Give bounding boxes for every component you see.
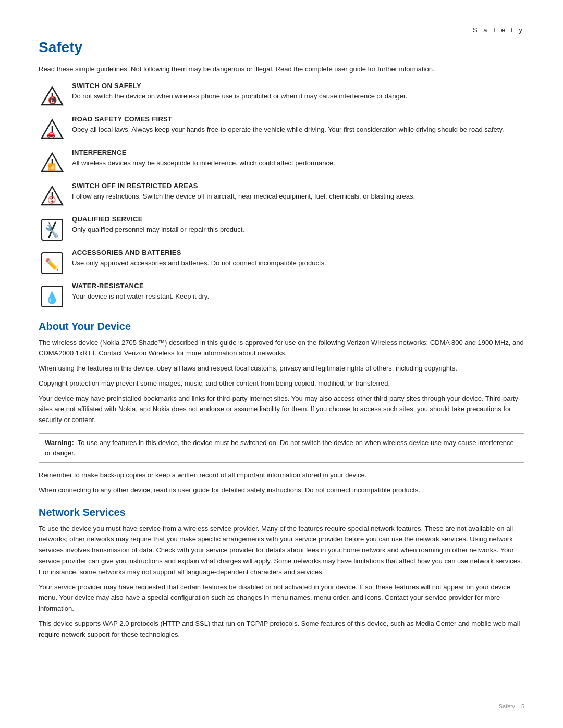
svg-text:🚫: 🚫	[47, 195, 56, 204]
intro-text: Read these simple guidelines. Not follow…	[39, 64, 524, 75]
wrench-icon: 🔧	[39, 216, 66, 243]
network-para-1: Your service provider may have requested…	[39, 582, 524, 614]
network-para-0: To use the device you must have service …	[39, 524, 524, 578]
switch-on-safely-title: SWITCH ON SAFELY	[72, 82, 524, 90]
safety-item-interference: 📶 INTERFERENCE All wireless devices may …	[39, 149, 524, 177]
warning-car-icon: 🚗	[39, 116, 66, 143]
about-para-1: When using the features in this device, …	[39, 363, 524, 374]
network-section-title: Network Services	[39, 507, 524, 519]
water-desc: Your device is not water-resistant. Keep…	[72, 291, 524, 302]
warning-box: Warning: To use any features in this dev…	[39, 433, 524, 463]
water-icon: 💧	[39, 283, 66, 310]
post-warning-0: Remember to make back-up copies or keep …	[39, 470, 524, 481]
svg-text:📵: 📵	[48, 96, 57, 105]
footer-chapter: Safety	[499, 703, 515, 709]
qualified-service-title: QUALIFIED SERVICE	[72, 215, 524, 223]
switch-off-desc: Follow any restrictions. Switch the devi…	[72, 191, 524, 202]
warning-label: Warning:	[45, 439, 74, 447]
page-title: Safety	[39, 39, 524, 56]
about-section-title: About Your Device	[39, 320, 524, 332]
about-para-2: Copyright protection may prevent some im…	[39, 378, 524, 389]
accessories-title: ACCESSORIES AND BATTERIES	[72, 249, 524, 256]
network-para-2: This device supports WAP 2.0 protocols (…	[39, 619, 524, 640]
svg-text:💧: 💧	[45, 291, 59, 305]
switch-off-content: SWITCH OFF IN RESTRICTED AREAS Follow an…	[72, 182, 524, 202]
water-content: WATER-RESISTANCE Your device is not wate…	[72, 282, 524, 302]
switch-on-safely-desc: Do not switch the device on when wireles…	[72, 91, 524, 102]
warning-phone-icon: 📵	[39, 83, 66, 110]
warning-restricted-icon: 🚫	[39, 183, 66, 210]
warning-signal-icon: 📶	[39, 150, 66, 177]
safety-item-accessories: ✏️ ACCESSORIES AND BATTERIES Use only ap…	[39, 249, 524, 277]
accessories-desc: Use only approved accessories and batter…	[72, 258, 524, 268]
qualified-service-content: QUALIFIED SERVICE Only qualified personn…	[72, 215, 524, 235]
accessories-content: ACCESSORIES AND BATTERIES Use only appro…	[72, 249, 524, 268]
water-title: WATER-RESISTANCE	[72, 282, 524, 290]
safety-item-water: 💧 WATER-RESISTANCE Your device is not wa…	[39, 282, 524, 310]
warning-text: To use any features in this device, the …	[45, 439, 514, 457]
qualified-service-desc: Only qualified personnel may install or …	[72, 225, 524, 235]
svg-text:📶: 📶	[47, 163, 56, 171]
interference-content: INTERFERENCE All wireless devices may be…	[72, 149, 524, 168]
switch-off-title: SWITCH OFF IN RESTRICTED AREAS	[72, 182, 524, 190]
road-safety-title: ROAD SAFETY COMES FIRST	[72, 115, 524, 123]
accessories-icon: ✏️	[39, 250, 66, 277]
post-warning-1: When connecting to any other device, rea…	[39, 485, 524, 496]
interference-desc: All wireless devices may be susceptible …	[72, 158, 524, 168]
safety-item-qualified-service: 🔧 QUALIFIED SERVICE Only qualified perso…	[39, 215, 524, 243]
footer-page: 5	[521, 703, 524, 709]
page-footer: Safety 5	[0, 703, 563, 709]
interference-title: INTERFERENCE	[72, 149, 524, 156]
safety-item-switch-on-safely: 📵 SWITCH ON SAFELY Do not switch the dev…	[39, 82, 524, 110]
safety-item-road-safety: 🚗 ROAD SAFETY COMES FIRST Obey all local…	[39, 115, 524, 143]
about-para-0: The wireless device (Nokia 2705 Shade™) …	[39, 338, 524, 360]
switch-on-safely-content: SWITCH ON SAFELY Do not switch the devic…	[72, 82, 524, 102]
svg-text:✏️: ✏️	[45, 257, 59, 272]
chapter-header: S a f e t y	[39, 26, 524, 34]
svg-text:🚗: 🚗	[46, 129, 56, 138]
road-safety-content: ROAD SAFETY COMES FIRST Obey all local l…	[72, 115, 524, 135]
safety-item-switch-off: 🚫 SWITCH OFF IN RESTRICTED AREAS Follow …	[39, 182, 524, 210]
about-para-3: Your device may have preinstalled bookma…	[39, 393, 524, 426]
svg-text:🔧: 🔧	[45, 224, 59, 238]
safety-items-list: 📵 SWITCH ON SAFELY Do not switch the dev…	[39, 82, 524, 310]
road-safety-desc: Obey all local laws. Always keep your ha…	[72, 125, 524, 135]
